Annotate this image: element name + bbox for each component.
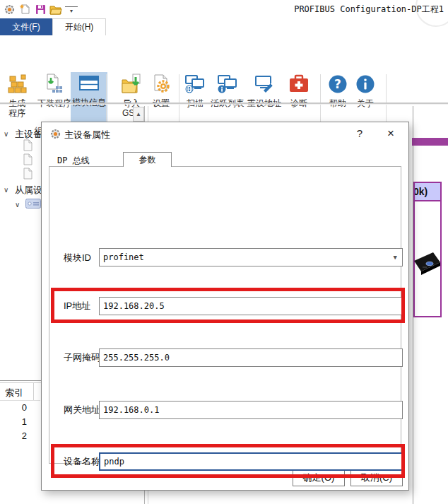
module-info-button[interactable]: 模块信息	[71, 72, 107, 122]
ribbon-button-label: 生成程序	[6, 98, 28, 118]
device-photo	[413, 248, 442, 281]
network-line-segment	[412, 138, 448, 146]
gateway-address-input[interactable]	[99, 401, 403, 419]
tab-file[interactable]: 文件(F)	[0, 18, 52, 35]
application-window: ▾ PROFIBUS Configuration-DP工程1 文件(F) 开始(…	[0, 0, 448, 504]
generate-program-button[interactable]: 生成程序	[1, 73, 33, 124]
app-icon	[3, 3, 16, 16]
index-row[interactable]: 0	[6, 402, 27, 413]
column-divider	[33, 383, 34, 400]
qat-more-icon[interactable]: ▾	[65, 6, 78, 14]
diagnose-icon	[288, 73, 310, 95]
document-icon[interactable]	[23, 153, 33, 168]
subnet-mask-input[interactable]	[99, 348, 403, 367]
active-list-icon	[217, 73, 238, 95]
chevron-down-icon[interactable]: ∨	[4, 130, 8, 138]
chevron-down-icon[interactable]: ▼	[394, 254, 397, 261]
cancel-button[interactable]: 取消(C)	[350, 469, 403, 486]
ribbon-bottom-border	[0, 102, 448, 105]
active-list-button[interactable]: 活跃列表	[210, 73, 245, 124]
tab-parameters[interactable]: 参数	[123, 152, 172, 167]
new-file-icon[interactable]	[18, 3, 31, 16]
dialog-help-button[interactable]: ?	[351, 126, 368, 141]
gateway-address-label: 网关地址	[64, 404, 100, 416]
index-column-header[interactable]: 索引	[5, 387, 23, 399]
subnet-mask-label: 子网掩码	[64, 351, 100, 364]
slave-station-body	[415, 201, 440, 334]
save-icon[interactable]	[34, 3, 47, 16]
slave-module-icon[interactable]	[25, 199, 41, 211]
module-id-combobox[interactable]: profinet ▼	[99, 248, 403, 266]
about-button[interactable]: 关于	[349, 73, 382, 124]
index-row[interactable]: 2	[6, 430, 27, 441]
scroll-up-button[interactable]: ▲	[133, 107, 144, 122]
diagnose-button[interactable]: 诊断	[283, 73, 315, 124]
bricks-icon	[6, 73, 28, 95]
dialog-gear-icon	[50, 129, 61, 142]
master-device-properties-dialog: 主设备属性 ? × DP 总线 参数 模块ID profinet ▼ IP地址 …	[41, 122, 409, 491]
ok-button[interactable]: 确定(O)	[293, 469, 345, 486]
download-program-icon	[44, 73, 65, 95]
scan-icon	[184, 73, 206, 95]
module-id-label: 模块ID	[64, 252, 91, 264]
tab-dp-bus[interactable]: DP 总线	[57, 155, 114, 167]
dialog-close-button[interactable]: ×	[382, 126, 399, 141]
header-divider	[0, 400, 40, 401]
tab-home[interactable]: 开始(H)	[52, 18, 106, 35]
document-icon[interactable]	[23, 139, 33, 154]
module-info-icon	[78, 72, 100, 95]
ip-address-input[interactable]	[99, 297, 403, 315]
device-name-label: 设备名称	[64, 455, 100, 468]
reset-address-icon	[254, 73, 275, 95]
dialog-title: 主设备属性	[64, 129, 110, 141]
title-bar: ▾ PROFIBUS Configuration-DP工程1	[0, 0, 448, 17]
module-id-value: profinet	[103, 252, 144, 262]
svg-text:?: ?	[334, 77, 341, 91]
slave-station-title: 0k)	[415, 183, 440, 201]
chevron-down-icon[interactable]: ∨	[4, 186, 8, 194]
ribbon: 生成程序 下装程序 模块信息 组态配置 导入GSD	[0, 35, 448, 103]
settings-button[interactable]: 设置	[145, 73, 177, 124]
scan-button[interactable]: 扫描	[179, 73, 211, 124]
slave-station-box[interactable]: 0k)	[413, 182, 442, 317]
window-title: PROFIBUS Configuration-DP工程1	[294, 4, 444, 16]
reset-address-button[interactable]: 重设地址	[246, 73, 283, 124]
import-gsd-icon	[121, 73, 142, 95]
tab-content-panel: 模块ID profinet ▼ IP地址 子网掩码 网关地址 设备名称	[49, 166, 401, 464]
settings-icon	[151, 73, 172, 95]
chevron-down-icon[interactable]: ∨	[15, 201, 20, 209]
download-program-button[interactable]: 下装程序	[35, 73, 74, 124]
index-row[interactable]: 1	[6, 416, 27, 427]
document-icon[interactable]	[23, 168, 33, 182]
help-icon: ?	[327, 73, 348, 95]
open-folder-icon[interactable]	[49, 3, 62, 16]
about-icon	[355, 73, 376, 95]
ip-address-label: IP地址	[64, 300, 90, 312]
tree-item-slave-device[interactable]: 从属设	[15, 184, 42, 197]
device-name-input[interactable]	[99, 452, 403, 471]
